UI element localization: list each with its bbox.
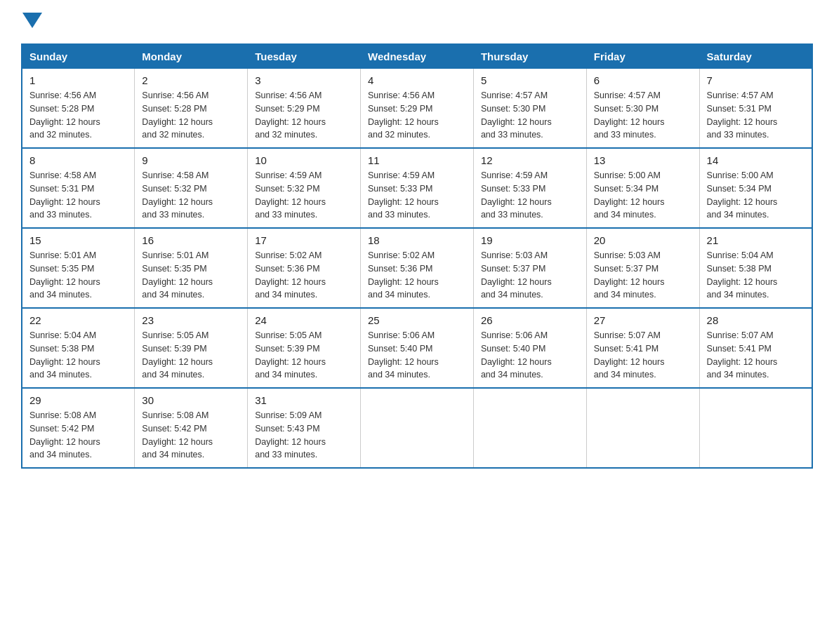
day-number: 14 <box>707 154 805 166</box>
calendar-cell: 8 Sunrise: 4:58 AMSunset: 5:31 PMDayligh… <box>22 148 135 228</box>
day-info: Sunrise: 4:59 AMSunset: 5:33 PMDaylight:… <box>368 170 439 220</box>
day-number: 24 <box>255 314 353 326</box>
day-info: Sunrise: 4:56 AMSunset: 5:28 PMDaylight:… <box>142 90 213 140</box>
day-number: 21 <box>707 234 805 246</box>
day-info: Sunrise: 4:57 AMSunset: 5:30 PMDaylight:… <box>594 90 665 140</box>
calendar-header-saturday: Saturday <box>699 44 812 69</box>
day-info: Sunrise: 5:09 AMSunset: 5:43 PMDaylight:… <box>255 410 326 459</box>
calendar-cell: 2 Sunrise: 4:56 AMSunset: 5:28 PMDayligh… <box>135 69 248 149</box>
calendar-cell: 27 Sunrise: 5:07 AMSunset: 5:41 PMDaylig… <box>586 308 699 388</box>
calendar-cell: 7 Sunrise: 4:57 AMSunset: 5:31 PMDayligh… <box>699 69 812 149</box>
calendar-week-row: 8 Sunrise: 4:58 AMSunset: 5:31 PMDayligh… <box>22 148 812 228</box>
calendar-cell: 26 Sunrise: 5:06 AMSunset: 5:40 PMDaylig… <box>473 308 586 388</box>
calendar-week-row: 29 Sunrise: 5:08 AMSunset: 5:42 PMDaylig… <box>22 388 812 468</box>
day-info: Sunrise: 5:04 AMSunset: 5:38 PMDaylight:… <box>29 330 100 380</box>
day-info: Sunrise: 5:04 AMSunset: 5:38 PMDaylight:… <box>707 250 778 300</box>
calendar-cell <box>586 388 699 468</box>
calendar-header-wednesday: Wednesday <box>361 44 474 69</box>
day-number: 15 <box>29 234 127 246</box>
day-number: 2 <box>142 74 240 86</box>
calendar-cell: 16 Sunrise: 5:01 AMSunset: 5:35 PMDaylig… <box>135 228 248 308</box>
calendar-week-row: 15 Sunrise: 5:01 AMSunset: 5:35 PMDaylig… <box>22 228 812 308</box>
calendar-cell: 25 Sunrise: 5:06 AMSunset: 5:40 PMDaylig… <box>361 308 474 388</box>
day-number: 19 <box>481 234 579 246</box>
calendar-cell: 12 Sunrise: 4:59 AMSunset: 5:33 PMDaylig… <box>473 148 586 228</box>
calendar-header-sunday: Sunday <box>22 44 135 69</box>
day-number: 13 <box>594 154 692 166</box>
calendar-cell: 18 Sunrise: 5:02 AMSunset: 5:36 PMDaylig… <box>361 228 474 308</box>
day-number: 3 <box>255 74 353 86</box>
day-info: Sunrise: 5:07 AMSunset: 5:41 PMDaylight:… <box>594 330 665 380</box>
day-number: 7 <box>707 74 805 86</box>
day-number: 31 <box>255 394 353 406</box>
calendar-cell: 15 Sunrise: 5:01 AMSunset: 5:35 PMDaylig… <box>22 228 135 308</box>
day-number: 10 <box>255 154 353 166</box>
calendar-cell <box>361 388 474 468</box>
calendar-cell: 6 Sunrise: 4:57 AMSunset: 5:30 PMDayligh… <box>586 69 699 149</box>
day-number: 22 <box>29 314 127 326</box>
day-info: Sunrise: 4:58 AMSunset: 5:32 PMDaylight:… <box>142 170 213 220</box>
day-info: Sunrise: 5:01 AMSunset: 5:35 PMDaylight:… <box>142 250 213 300</box>
day-number: 5 <box>481 74 579 86</box>
calendar-cell: 19 Sunrise: 5:03 AMSunset: 5:37 PMDaylig… <box>473 228 586 308</box>
calendar-table: SundayMondayTuesdayWednesdayThursdayFrid… <box>21 43 813 469</box>
calendar-week-row: 1 Sunrise: 4:56 AMSunset: 5:28 PMDayligh… <box>22 69 812 149</box>
calendar-cell: 24 Sunrise: 5:05 AMSunset: 5:39 PMDaylig… <box>248 308 361 388</box>
calendar-cell: 11 Sunrise: 4:59 AMSunset: 5:33 PMDaylig… <box>361 148 474 228</box>
day-number: 16 <box>142 234 240 246</box>
calendar-cell: 9 Sunrise: 4:58 AMSunset: 5:32 PMDayligh… <box>135 148 248 228</box>
day-number: 27 <box>594 314 692 326</box>
day-number: 30 <box>142 394 240 406</box>
day-number: 8 <box>29 154 127 166</box>
calendar-header-thursday: Thursday <box>473 44 586 69</box>
calendar-cell: 30 Sunrise: 5:08 AMSunset: 5:42 PMDaylig… <box>135 388 248 468</box>
day-number: 17 <box>255 234 353 246</box>
calendar-cell: 29 Sunrise: 5:08 AMSunset: 5:42 PMDaylig… <box>22 388 135 468</box>
calendar-header-tuesday: Tuesday <box>248 44 361 69</box>
calendar-header-friday: Friday <box>586 44 699 69</box>
calendar-cell <box>473 388 586 468</box>
calendar-cell: 20 Sunrise: 5:03 AMSunset: 5:37 PMDaylig… <box>586 228 699 308</box>
calendar-cell: 22 Sunrise: 5:04 AMSunset: 5:38 PMDaylig… <box>22 308 135 388</box>
calendar-cell: 1 Sunrise: 4:56 AMSunset: 5:28 PMDayligh… <box>22 69 135 149</box>
day-number: 25 <box>368 314 466 326</box>
calendar-cell: 28 Sunrise: 5:07 AMSunset: 5:41 PMDaylig… <box>699 308 812 388</box>
day-info: Sunrise: 4:56 AMSunset: 5:28 PMDaylight:… <box>29 90 100 140</box>
day-info: Sunrise: 5:06 AMSunset: 5:40 PMDaylight:… <box>481 330 552 380</box>
calendar-cell: 5 Sunrise: 4:57 AMSunset: 5:30 PMDayligh… <box>473 69 586 149</box>
day-info: Sunrise: 5:02 AMSunset: 5:36 PMDaylight:… <box>368 250 439 300</box>
day-number: 4 <box>368 74 466 86</box>
day-info: Sunrise: 5:00 AMSunset: 5:34 PMDaylight:… <box>594 170 665 220</box>
logo-triangle-icon <box>22 13 42 28</box>
day-info: Sunrise: 5:03 AMSunset: 5:37 PMDaylight:… <box>594 250 665 300</box>
day-number: 18 <box>368 234 466 246</box>
day-info: Sunrise: 5:08 AMSunset: 5:42 PMDaylight:… <box>142 410 213 459</box>
calendar-header-row: SundayMondayTuesdayWednesdayThursdayFrid… <box>22 44 812 69</box>
calendar-cell <box>699 388 812 468</box>
day-info: Sunrise: 4:59 AMSunset: 5:33 PMDaylight:… <box>481 170 552 220</box>
day-number: 23 <box>142 314 240 326</box>
day-info: Sunrise: 4:56 AMSunset: 5:29 PMDaylight:… <box>368 90 439 140</box>
day-info: Sunrise: 4:56 AMSunset: 5:29 PMDaylight:… <box>255 90 326 140</box>
calendar-header-monday: Monday <box>135 44 248 69</box>
day-info: Sunrise: 4:59 AMSunset: 5:32 PMDaylight:… <box>255 170 326 220</box>
day-info: Sunrise: 4:57 AMSunset: 5:30 PMDaylight:… <box>481 90 552 140</box>
day-number: 9 <box>142 154 240 166</box>
day-number: 12 <box>481 154 579 166</box>
day-info: Sunrise: 4:58 AMSunset: 5:31 PMDaylight:… <box>29 170 100 220</box>
day-info: Sunrise: 5:06 AMSunset: 5:40 PMDaylight:… <box>368 330 439 380</box>
calendar-cell: 21 Sunrise: 5:04 AMSunset: 5:38 PMDaylig… <box>699 228 812 308</box>
day-number: 28 <box>707 314 805 326</box>
calendar-cell: 23 Sunrise: 5:05 AMSunset: 5:39 PMDaylig… <box>135 308 248 388</box>
day-number: 6 <box>594 74 692 86</box>
calendar-cell: 31 Sunrise: 5:09 AMSunset: 5:43 PMDaylig… <box>248 388 361 468</box>
calendar-cell: 17 Sunrise: 5:02 AMSunset: 5:36 PMDaylig… <box>248 228 361 308</box>
calendar-week-row: 22 Sunrise: 5:04 AMSunset: 5:38 PMDaylig… <box>22 308 812 388</box>
day-info: Sunrise: 5:02 AMSunset: 5:36 PMDaylight:… <box>255 250 326 300</box>
calendar-cell: 4 Sunrise: 4:56 AMSunset: 5:29 PMDayligh… <box>361 69 474 149</box>
day-info: Sunrise: 5:03 AMSunset: 5:37 PMDaylight:… <box>481 250 552 300</box>
day-info: Sunrise: 5:01 AMSunset: 5:35 PMDaylight:… <box>29 250 100 300</box>
calendar-cell: 13 Sunrise: 5:00 AMSunset: 5:34 PMDaylig… <box>586 148 699 228</box>
calendar-cell: 14 Sunrise: 5:00 AMSunset: 5:34 PMDaylig… <box>699 148 812 228</box>
day-info: Sunrise: 4:57 AMSunset: 5:31 PMDaylight:… <box>707 90 778 140</box>
